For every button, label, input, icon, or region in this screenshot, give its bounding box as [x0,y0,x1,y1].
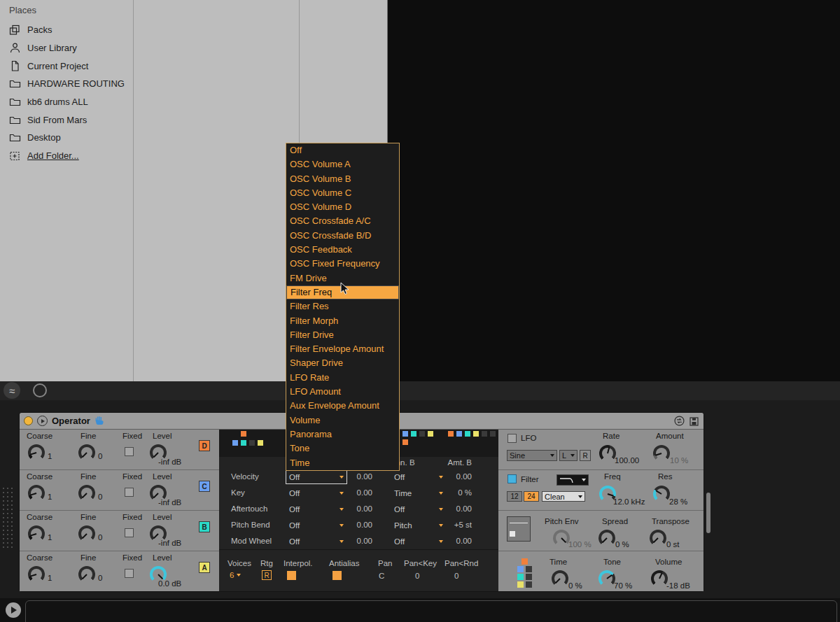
volume-knob[interactable] [651,570,668,587]
mod-dest-b-select[interactable]: Off [391,534,447,549]
sidebar-item-packs[interactable]: Packs [0,21,133,39]
mod-amount-b-value[interactable]: 0.00 [447,504,472,513]
bottom-play-button[interactable] [6,602,21,618]
menu-item-off[interactable]: Off [286,143,399,157]
coarse-knob[interactable] [28,566,45,583]
sidebar-item-desktop[interactable]: Desktop [0,129,133,147]
filter-type-select[interactable] [556,474,589,486]
fine-knob[interactable] [78,566,95,583]
menu-item-tone[interactable]: Tone [286,441,399,455]
hot-swap-icon[interactable] [674,416,685,429]
filter-res-value[interactable]: 28 % [669,497,687,506]
mod-amount-a-value[interactable]: 0.00 [347,521,372,529]
lfo-rate-knob[interactable] [599,445,616,462]
voices-select[interactable]: 6 [230,571,241,579]
lfo-range-select[interactable]: L [559,450,578,461]
menu-item-osc-volume-d[interactable]: OSC Volume D [286,200,399,214]
menu-item-time[interactable]: Time [286,456,399,470]
sidebar-item-add-folder[interactable]: Add Folder... [0,147,133,165]
pitch-env-amount-value[interactable]: 100 % [568,540,592,549]
sidebar-item-kb6-drums-all[interactable]: kb6 drums ALL [0,93,133,111]
interpolation-toggle[interactable] [287,571,296,580]
filter-slope-24-button[interactable]: 24 [524,491,539,502]
sidebar-item-user-library[interactable]: User Library [0,39,133,57]
mod-dest-a-select[interactable]: Off [286,518,347,532]
transpose-value[interactable]: 0 st [666,540,680,549]
oscillator-letter-badge[interactable]: D [199,440,210,451]
menu-item-lfo-amount[interactable]: LFO Amount [286,385,399,399]
menu-item-lfo-rate[interactable]: LFO Rate [286,371,399,385]
lfo-retrigger-button[interactable]: R [580,450,591,461]
device-activator-toggle[interactable] [24,416,33,425]
device-drop-area[interactable] [25,600,837,622]
lfo-toggle[interactable] [507,434,517,443]
menu-item-aux-envelope-amount[interactable]: Aux Envelope Amount [286,399,399,413]
tone-value[interactable]: 70 % [614,581,632,590]
oscillator-letter-badge[interactable]: A [199,562,210,573]
filter-circuit-select[interactable]: Clean [542,491,585,502]
mod-amount-b-value[interactable]: +5 st [447,521,472,529]
menu-item-osc-volume-b[interactable]: OSC Volume B [286,172,399,186]
mod-amount-b-value[interactable]: 0.00 [447,472,472,481]
menu-item-osc-crossfade-a-c[interactable]: OSC Crossfade A/C [286,214,399,228]
menu-item-shaper-drive[interactable]: Shaper Drive [286,356,399,370]
fixed-checkbox[interactable] [125,447,134,456]
sidebar-item-hardware-routing[interactable]: HARDWARE ROUTING [0,75,133,93]
mod-dest-a-select[interactable]: Off [286,534,347,549]
vertical-scrollbar[interactable] [706,493,710,533]
tone-knob[interactable] [598,570,615,587]
filter-res-knob[interactable] [653,486,670,502]
menu-item-osc-crossfade-b-d[interactable]: OSC Crossfade B/D [286,229,399,243]
menu-item-panorama[interactable]: Panorama [286,427,399,441]
pitch-env-amount-knob[interactable] [553,530,570,546]
mod-dest-b-select[interactable]: Time [391,486,447,500]
pitch-env-display[interactable] [507,516,531,542]
fine-knob[interactable] [78,444,95,461]
time-value[interactable]: 0 % [568,581,582,590]
mod-dest-b-select[interactable]: Off [391,502,447,516]
filter-toggle[interactable] [507,474,517,483]
mod-dest-a-select[interactable]: Off [286,502,347,516]
browser-column-divider[interactable] [133,0,134,381]
lfo-amount-value[interactable]: 10 % [670,456,688,465]
mod-dest-a-select[interactable]: Off [286,486,347,500]
menu-item-osc-volume-c[interactable]: OSC Volume C [286,186,399,200]
device-fold-button[interactable] [37,416,48,426]
transpose-knob[interactable] [650,530,666,546]
mod-amount-b-value[interactable]: 0 % [447,488,472,497]
fixed-checkbox[interactable] [125,569,134,578]
mod-amount-a-value[interactable]: 0.00 [347,472,372,481]
spread-knob[interactable] [598,530,615,546]
wave-toggle-icon[interactable]: ≈ [4,382,20,399]
device-drag-handle[interactable] [1,486,13,551]
menu-item-filter-morph[interactable]: Filter Morph [286,314,399,328]
save-preset-icon[interactable] [690,416,699,429]
sidebar-item-current-project[interactable]: Current Project [0,57,133,75]
hotswap-ring-icon[interactable] [33,383,47,397]
menu-item-filter-drive[interactable]: Filter Drive [286,328,399,342]
filter-freq-value[interactable]: 12.0 kHz [613,497,645,506]
mod-amount-a-value[interactable]: 0.00 [347,537,372,545]
pan-value[interactable]: C [379,572,384,580]
mod-dest-a-select[interactable]: Off [286,469,347,484]
antialias-toggle[interactable] [332,571,342,580]
mod-amount-b-value[interactable]: 0.00 [447,537,472,545]
coarse-knob[interactable] [28,444,45,461]
menu-item-volume[interactable]: Volume [286,414,399,427]
menu-item-osc-fixed-frequency[interactable]: OSC Fixed Frequency [286,257,399,271]
lfo-amount-knob[interactable] [653,445,670,462]
filter-slope-12-button[interactable]: 12 [507,491,522,502]
mod-dest-b-select[interactable]: Pitch [391,518,447,532]
menu-item-filter-envelope-amount[interactable]: Filter Envelope Amount [286,342,399,356]
pan-rnd-value[interactable]: 0 [454,572,458,580]
spread-value[interactable]: 0 % [615,540,629,549]
retrigger-button[interactable]: R [262,570,272,580]
lfo-rate-value[interactable]: 100.00 [615,456,639,465]
menu-item-osc-feedback[interactable]: OSC Feedback [286,243,399,257]
menu-item-filter-res[interactable]: Filter Res [286,299,399,313]
menu-item-osc-volume-a[interactable]: OSC Volume A [286,157,399,171]
pan-key-value[interactable]: 0 [415,572,419,580]
mod-amount-a-value[interactable]: 0.00 [347,504,372,513]
lfo-wave-select[interactable]: Sine [507,450,557,461]
time-knob[interactable] [552,570,568,587]
